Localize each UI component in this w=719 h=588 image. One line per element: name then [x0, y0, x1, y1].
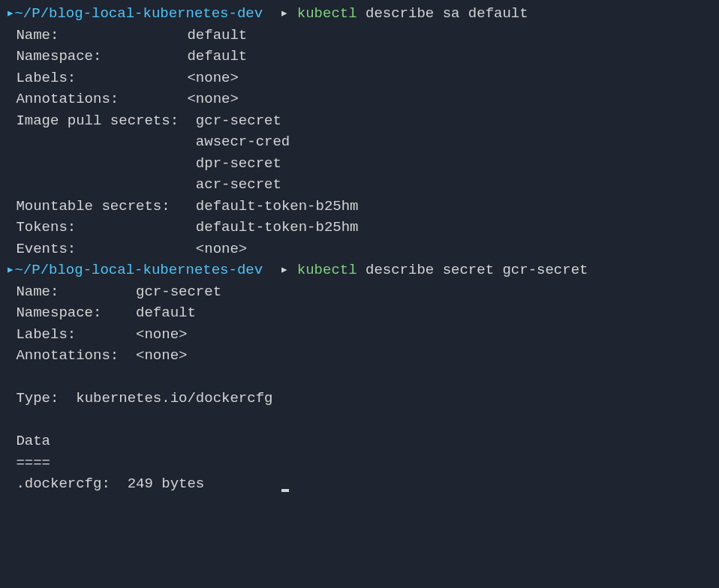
field-value: acr-secret [196, 176, 281, 193]
field-value: default [187, 48, 247, 64]
field-label: Annotations: [8, 347, 119, 364]
field-value: kubernetes.io/dockercfg [76, 390, 272, 406]
prompt-path: ~/P/blog-local-kubernetes-dev [14, 262, 263, 278]
field-label: Name: [8, 284, 59, 300]
data-header: Data [8, 433, 50, 449]
output-block-1: Name: default [6, 25, 713, 46]
prompt-chevron-icon: ▸ [280, 5, 288, 22]
field-value: dpr-secret [196, 155, 281, 172]
field-label: Labels: [8, 70, 76, 86]
field-value: <none> [196, 241, 247, 257]
field-label: Type: [8, 390, 59, 406]
field-value: default-token-b25hm [196, 219, 359, 236]
field-value: default [187, 27, 247, 44]
field-label: Name: [8, 27, 59, 44]
prompt-separator [263, 5, 280, 22]
field-value: <none> [187, 91, 238, 107]
field-value: awsecr-cred [196, 134, 290, 150]
field-value: <none> [136, 347, 187, 364]
prompt-line-2[interactable]: ▸~/P/blog-local-kubernetes-dev ▸ kubectl… [6, 260, 713, 281]
field-value: <none> [136, 326, 187, 343]
prompt-arrow-icon: ▸ [6, 262, 14, 278]
field-label: Mountable secrets: [8, 198, 170, 214]
prompt-chevron-icon: ▸ [280, 262, 288, 278]
command-name: kubectl [297, 262, 357, 278]
prompt-separator [263, 262, 280, 278]
prompt-arrow-icon: ▸ [6, 5, 14, 22]
field-value: default [136, 304, 196, 321]
prompt-line-1[interactable]: ▸~/P/blog-local-kubernetes-dev ▸ kubectl… [6, 3, 713, 25]
field-label: Namespace: [8, 48, 101, 64]
command-name: kubectl [297, 5, 357, 22]
field-value: gcr-secret [136, 284, 221, 300]
field-value: 249 bytes [128, 476, 205, 492]
field-label: Namespace: [8, 304, 101, 321]
field-label: Events: [8, 241, 76, 257]
field-label: Labels: [8, 326, 76, 343]
field-label: Image pull secrets: [8, 112, 179, 129]
data-separator: ==== [8, 454, 50, 471]
field-value: default-token-b25hm [196, 198, 359, 214]
field-value: gcr-secret [196, 112, 281, 129]
cursor-icon [281, 489, 289, 492]
field-label: Tokens: [8, 219, 76, 236]
field-label: .dockercfg: [8, 476, 110, 492]
command-args: describe secret gcr-secret [366, 262, 588, 278]
field-value: <none> [187, 70, 238, 86]
prompt-path: ~/P/blog-local-kubernetes-dev [14, 5, 263, 22]
command-args: describe sa default [366, 5, 528, 22]
field-label: Annotations: [8, 91, 119, 107]
output-block-2: Name: gcr-secret [6, 281, 713, 303]
